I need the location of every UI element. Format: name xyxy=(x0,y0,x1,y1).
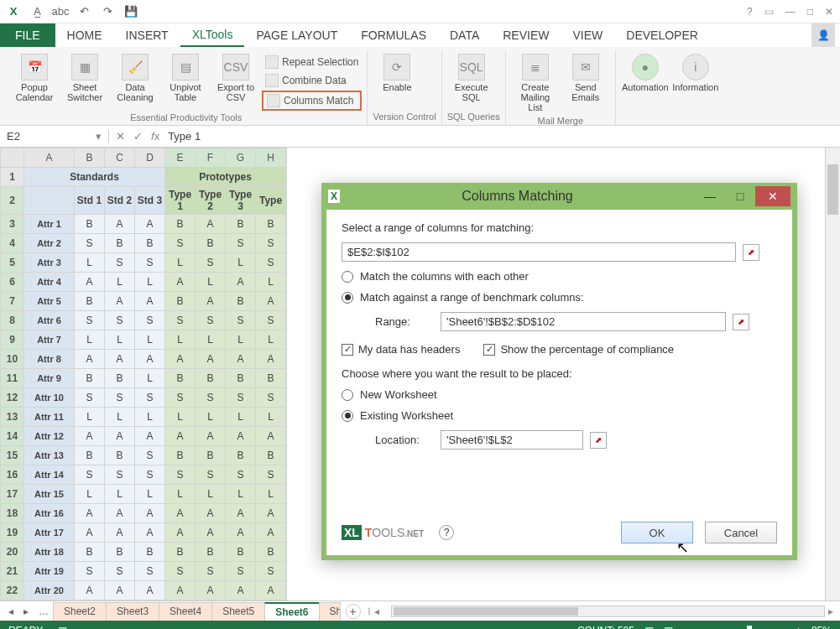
cell[interactable]: L xyxy=(75,408,105,427)
enter-icon[interactable]: ✓ xyxy=(133,130,143,143)
formula-input[interactable]: Type 1 xyxy=(168,130,201,143)
cell[interactable]: L xyxy=(165,330,196,350)
row-header[interactable]: 22 xyxy=(1,581,24,600)
checkbox-show-percentage[interactable] xyxy=(483,344,495,356)
row-header[interactable]: 15 xyxy=(1,446,24,465)
location-input[interactable]: 'Sheet6'!$L$2 xyxy=(441,430,583,450)
dialog-minimize-icon[interactable]: — xyxy=(695,186,725,206)
radio-existing-worksheet[interactable] xyxy=(342,410,353,422)
cell[interactable]: B xyxy=(105,543,135,562)
cell[interactable]: B xyxy=(256,215,286,234)
cell[interactable]: L xyxy=(256,330,286,350)
cell[interactable]: A xyxy=(105,350,135,369)
cell[interactable]: B xyxy=(256,369,286,388)
cell[interactable]: S xyxy=(105,388,135,408)
cell[interactable]: A xyxy=(165,273,196,292)
match-range-input[interactable]: $E$2:$I$102 xyxy=(342,242,736,262)
send-emails-button[interactable]: ✉Send Emails xyxy=(561,52,610,104)
row-header[interactable]: 17 xyxy=(1,485,24,504)
cell[interactable]: B xyxy=(105,446,135,465)
cell[interactable]: S xyxy=(256,253,286,273)
row-header[interactable]: 14 xyxy=(1,427,24,446)
tab-insert[interactable]: INSERT xyxy=(114,23,180,47)
cell[interactable]: S xyxy=(165,234,196,253)
cell[interactable]: A xyxy=(226,350,256,369)
view-page-icon[interactable]: ▥ xyxy=(664,625,673,629)
tab-xltools[interactable]: XLTools xyxy=(180,23,245,47)
cell[interactable]: S xyxy=(135,253,165,273)
xltools-logo[interactable]: XL TOOLS.NET xyxy=(342,526,424,539)
minimize-icon[interactable]: — xyxy=(785,6,796,18)
cell[interactable]: S xyxy=(196,388,226,408)
cell[interactable]: S xyxy=(256,311,286,330)
sheet-tab[interactable]: Sh xyxy=(319,602,341,621)
cell[interactable]: B xyxy=(226,369,256,388)
cell[interactable]: L xyxy=(135,369,165,388)
cell[interactable]: L xyxy=(105,408,135,427)
row-header[interactable]: 19 xyxy=(1,523,24,543)
cell[interactable]: A xyxy=(165,504,196,523)
cell[interactable]: B xyxy=(105,234,135,253)
sheet-tab[interactable]: Sheet2 xyxy=(53,602,107,621)
column-header[interactable]: G xyxy=(226,148,256,168)
close-window-icon[interactable]: ✕ xyxy=(825,6,833,18)
tab-page-layout[interactable]: PAGE LAYOUT xyxy=(244,23,349,47)
save-icon[interactable]: 💾 xyxy=(124,5,138,18)
cell[interactable]: B xyxy=(196,543,226,562)
cell[interactable]: A xyxy=(226,581,256,600)
radio-match-each-other[interactable] xyxy=(342,271,353,283)
cell[interactable]: A xyxy=(196,581,226,600)
cell[interactable]: S xyxy=(226,388,256,408)
cell[interactable]: A xyxy=(135,292,165,311)
tab-view[interactable]: VIEW xyxy=(561,23,614,47)
cell[interactable]: B xyxy=(226,543,256,562)
cell[interactable]: A xyxy=(165,523,196,543)
cell[interactable]: A xyxy=(105,427,135,446)
redo-icon[interactable]: ↷ xyxy=(101,5,114,18)
data-cleaning-button[interactable]: 🧹Data Cleaning xyxy=(111,52,159,104)
cell[interactable]: B xyxy=(75,215,105,234)
cell[interactable]: A xyxy=(196,292,226,311)
cell[interactable]: A xyxy=(165,427,196,446)
cell[interactable]: A xyxy=(196,350,226,369)
cell[interactable]: S xyxy=(226,234,256,253)
cell[interactable]: S xyxy=(135,311,165,330)
cell[interactable]: B xyxy=(256,446,286,465)
sheet-nav-prev-icon[interactable]: ◂ xyxy=(3,606,18,617)
cell[interactable]: L xyxy=(165,408,196,427)
cell[interactable]: A xyxy=(226,504,256,523)
cell[interactable]: A xyxy=(135,350,165,369)
cell[interactable]: S xyxy=(75,465,105,485)
hscroll-left-icon[interactable]: ◂ xyxy=(371,606,383,617)
row-header[interactable]: 1 xyxy=(1,167,24,186)
cell[interactable]: A xyxy=(226,427,256,446)
cell[interactable]: B xyxy=(165,543,196,562)
row-header[interactable]: 10 xyxy=(1,350,24,369)
vertical-scrollbar[interactable] xyxy=(825,148,840,600)
cell[interactable]: B xyxy=(135,234,165,253)
cell[interactable]: A xyxy=(75,581,105,600)
cell[interactable]: A xyxy=(105,523,135,543)
tab-data[interactable]: DATA xyxy=(438,23,491,47)
cell[interactable]: A xyxy=(135,581,165,600)
dialog-close-icon[interactable]: ✕ xyxy=(755,186,790,206)
cell[interactable]: S xyxy=(165,562,196,581)
zoom-out-icon[interactable]: − xyxy=(702,625,708,629)
cell[interactable]: L xyxy=(226,408,256,427)
view-normal-icon[interactable]: ▦ xyxy=(644,625,654,629)
cell[interactable]: S xyxy=(105,311,135,330)
row-header[interactable]: 20 xyxy=(1,543,24,562)
cell[interactable]: A xyxy=(226,523,256,543)
radio-new-worksheet[interactable] xyxy=(342,389,353,401)
cell[interactable]: S xyxy=(105,465,135,485)
sheet-tab[interactable]: Sheet5 xyxy=(211,602,265,621)
view-break-icon[interactable]: ▭ xyxy=(683,625,692,629)
maximize-icon[interactable]: □ xyxy=(807,6,813,18)
cell[interactable]: A xyxy=(256,581,286,600)
row-header[interactable]: 7 xyxy=(1,292,24,311)
cell[interactable]: L xyxy=(135,330,165,350)
column-header[interactable]: F xyxy=(196,148,226,168)
undo-icon[interactable]: ↶ xyxy=(77,5,91,18)
cell[interactable]: B xyxy=(75,446,105,465)
sheet-nav-more-icon[interactable]: … xyxy=(34,606,54,617)
